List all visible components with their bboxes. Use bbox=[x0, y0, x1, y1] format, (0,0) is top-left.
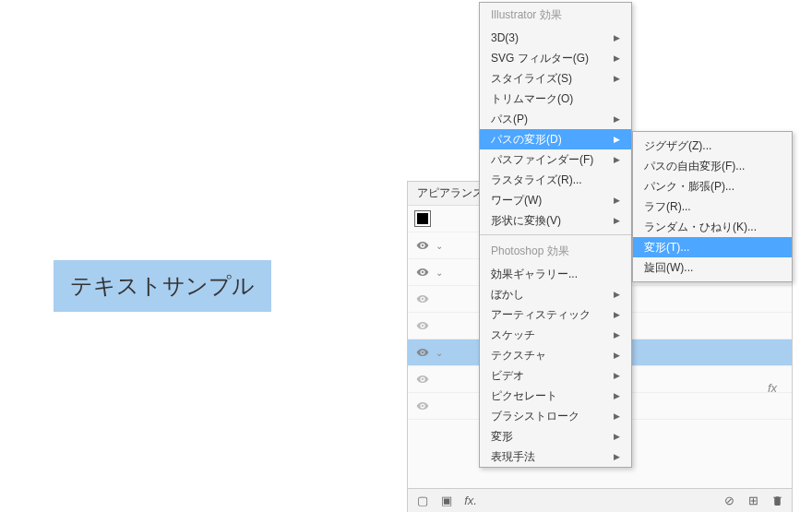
menu-item-label: テクスチャ bbox=[491, 348, 546, 363]
menu-item-label: パス(P) bbox=[491, 112, 528, 127]
visibility-eye-icon[interactable] bbox=[413, 266, 432, 279]
trash-icon[interactable] bbox=[770, 494, 784, 508]
submenu-item-transform[interactable]: 変形(T)... bbox=[633, 237, 792, 257]
submenu-arrow-icon: ▶ bbox=[614, 330, 620, 339]
menu-section-header-illustrator: Illustrator 効果 bbox=[480, 3, 631, 28]
menu-item-label: パスファインダー(F) bbox=[491, 152, 593, 168]
menu-item-convert-shape[interactable]: 形状に変換(V) ▶ bbox=[480, 210, 631, 231]
appearance-panel-footer: ▢ ▣ fx. ⊘ ⊞ bbox=[408, 488, 792, 512]
submenu-arrow-icon: ▶ bbox=[614, 74, 620, 83]
menu-item-warp[interactable]: ワープ(W) ▶ bbox=[480, 190, 631, 210]
menu-item-svg-filter[interactable]: SVG フィルター(G) ▶ bbox=[480, 48, 631, 68]
menu-item-stylize[interactable]: スタイライズ(S) ▶ bbox=[480, 68, 631, 89]
menu-item-label: ワープ(W) bbox=[491, 193, 542, 208]
menu-separator bbox=[480, 234, 631, 235]
submenu-item-zigzag[interactable]: ジグザグ(Z)... bbox=[633, 136, 792, 156]
menu-item-distort-transform[interactable]: パスの変形(D) ▶ bbox=[480, 129, 631, 149]
submenu-arrow-icon: ▶ bbox=[614, 135, 620, 144]
menu-item-label: トリムマーク(O) bbox=[491, 91, 573, 107]
menu-item-blur[interactable]: ぼかし ▶ bbox=[480, 284, 631, 304]
menu-item-label: アーティスティック bbox=[491, 307, 591, 323]
fx-icon[interactable]: fx. bbox=[463, 494, 478, 508]
distort-transform-submenu: ジグザグ(Z)... パスの自由変形(F)... パンク・膨張(P)... ラフ… bbox=[632, 131, 793, 282]
svg-point-3 bbox=[422, 325, 424, 327]
menu-item-stylize-ps[interactable]: 表現手法 ▶ bbox=[480, 447, 631, 467]
text-sample-block[interactable]: テキストサンプル bbox=[54, 260, 271, 312]
visibility-eye-icon[interactable] bbox=[413, 373, 432, 386]
submenu-arrow-icon: ▶ bbox=[614, 114, 620, 124]
menu-item-label: ぼかし bbox=[491, 287, 524, 303]
menu-section-header-photoshop: Photoshop 効果 bbox=[480, 239, 631, 264]
menu-item-texture[interactable]: テクスチャ ▶ bbox=[480, 345, 631, 365]
add-icon[interactable]: ⊞ bbox=[746, 494, 760, 508]
submenu-item-free-distort[interactable]: パスの自由変形(F)... bbox=[633, 156, 792, 176]
submenu-arrow-icon: ▶ bbox=[614, 391, 620, 400]
submenu-item-label: ランダム・ひねり(K)... bbox=[644, 220, 757, 235]
submenu-arrow-icon: ▶ bbox=[614, 351, 620, 360]
menu-item-label: ピクセレート bbox=[491, 388, 557, 404]
menu-item-video[interactable]: ビデオ ▶ bbox=[480, 365, 631, 386]
square-icon[interactable]: ▢ bbox=[415, 494, 430, 508]
menu-item-label: 表現手法 bbox=[491, 449, 535, 465]
visibility-eye-icon[interactable] bbox=[413, 346, 432, 359]
menu-item-label: 変形 bbox=[491, 429, 513, 445]
menu-item-path[interactable]: パス(P) ▶ bbox=[480, 109, 631, 129]
text-sample-content: テキストサンプル bbox=[70, 273, 255, 298]
menu-item-label: パスの変形(D) bbox=[491, 132, 562, 148]
expand-chevron-icon[interactable]: ⌄ bbox=[432, 268, 447, 278]
submenu-arrow-icon: ▶ bbox=[614, 371, 620, 380]
filled-square-icon[interactable]: ▣ bbox=[439, 494, 454, 508]
submenu-item-label: 旋回(W)... bbox=[644, 260, 693, 276]
effects-menu: Illustrator 効果 3D(3) ▶ SVG フィルター(G) ▶ スタ… bbox=[479, 2, 632, 468]
menu-item-label: 形状に変換(V) bbox=[491, 213, 561, 229]
menu-item-label: ラスタライズ(R)... bbox=[491, 173, 582, 188]
submenu-arrow-icon: ▶ bbox=[614, 54, 620, 63]
menu-item-brush-strokes[interactable]: ブラシストローク ▶ bbox=[480, 406, 631, 426]
menu-item-label: 効果ギャラリー... bbox=[491, 267, 578, 282]
submenu-item-tweak[interactable]: ランダム・ひねり(K)... bbox=[633, 217, 792, 237]
submenu-item-label: ジグザグ(Z)... bbox=[644, 138, 711, 154]
menu-item-distort[interactable]: 変形 ▶ bbox=[480, 426, 631, 447]
menu-item-pathfinder[interactable]: パスファインダー(F) ▶ bbox=[480, 149, 631, 170]
visibility-eye-icon[interactable] bbox=[413, 319, 432, 332]
submenu-item-twist[interactable]: 旋回(W)... bbox=[633, 257, 792, 278]
submenu-item-label: パスの自由変形(F)... bbox=[644, 159, 745, 174]
submenu-arrow-icon: ▶ bbox=[614, 411, 620, 421]
menu-item-effect-gallery[interactable]: 効果ギャラリー... bbox=[480, 264, 631, 284]
menu-item-label: スタイライズ(S) bbox=[491, 71, 572, 87]
submenu-item-label: パンク・膨張(P)... bbox=[644, 179, 734, 195]
submenu-item-label: ラフ(R)... bbox=[644, 199, 691, 215]
svg-point-5 bbox=[422, 378, 424, 380]
submenu-arrow-icon: ▶ bbox=[614, 216, 620, 225]
menu-item-label: 3D(3) bbox=[491, 31, 519, 44]
svg-point-1 bbox=[422, 271, 424, 273]
menu-item-label: ビデオ bbox=[491, 368, 524, 384]
menu-item-trim-marks[interactable]: トリムマーク(O) bbox=[480, 89, 631, 109]
fx-badge[interactable]: fx bbox=[768, 381, 777, 395]
submenu-item-label: 変形(T)... bbox=[644, 240, 689, 256]
submenu-item-roughen[interactable]: ラフ(R)... bbox=[633, 196, 792, 217]
menu-item-pixelate[interactable]: ピクセレート ▶ bbox=[480, 386, 631, 406]
submenu-arrow-icon: ▶ bbox=[614, 432, 620, 441]
no-icon[interactable]: ⊘ bbox=[722, 494, 736, 508]
submenu-item-pucker-bloat[interactable]: パンク・膨張(P)... bbox=[633, 176, 792, 196]
appearance-tab-label: アピアランス bbox=[417, 185, 484, 201]
expand-chevron-icon[interactable]: ⌄ bbox=[432, 241, 447, 251]
menu-item-artistic[interactable]: アーティスティック ▶ bbox=[480, 304, 631, 325]
svg-point-0 bbox=[422, 244, 424, 246]
visibility-eye-icon[interactable] bbox=[413, 399, 432, 412]
submenu-arrow-icon: ▶ bbox=[614, 196, 620, 205]
submenu-arrow-icon: ▶ bbox=[614, 155, 620, 164]
menu-item-3d[interactable]: 3D(3) ▶ bbox=[480, 28, 631, 48]
menu-item-rasterize[interactable]: ラスタライズ(R)... bbox=[480, 170, 631, 190]
svg-point-2 bbox=[422, 298, 424, 300]
menu-item-sketch[interactable]: スケッチ ▶ bbox=[480, 325, 631, 345]
visibility-eye-icon[interactable] bbox=[413, 292, 432, 305]
submenu-arrow-icon: ▶ bbox=[614, 310, 620, 319]
svg-point-4 bbox=[422, 351, 424, 353]
color-swatch-icon[interactable] bbox=[415, 211, 430, 226]
submenu-arrow-icon: ▶ bbox=[614, 33, 620, 42]
visibility-eye-icon[interactable] bbox=[413, 239, 432, 252]
expand-chevron-icon[interactable]: ⌄ bbox=[432, 348, 447, 358]
menu-item-label: SVG フィルター(G) bbox=[491, 51, 589, 66]
